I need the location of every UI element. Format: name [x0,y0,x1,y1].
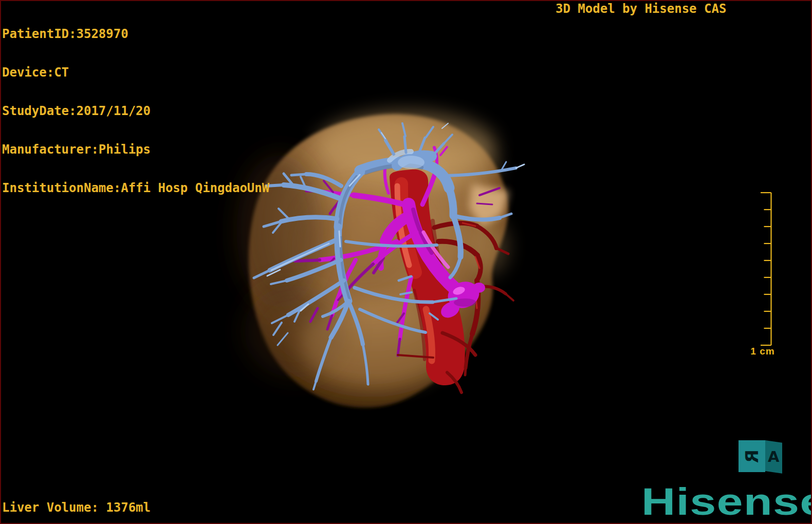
orientation-face-anterior[interactable]: A [765,440,782,474]
viewer-root: PatientID:3528970 Device:CT StudyDate:20… [0,0,812,524]
watermark-title: 3D Model by Hisense CAS [556,3,726,15]
patient-info-overlay: PatientID:3528970 Device:CT StudyDate:20… [2,2,269,220]
hisense-logo: Hisense [641,483,812,520]
manufacturer-line: Manufacturer:Philips [2,143,269,156]
institution-name-line: InstitutionName:Affi Hosp QingdaoUnW [2,182,269,195]
scale-bar [759,190,772,350]
liver-volume-label: Liver Volume: 1376ml [2,501,151,514]
scale-bar-label: 1 cm [743,346,782,357]
study-date-line: StudyDate:2017/11/20 [2,105,269,118]
device-line: Device:CT [2,66,269,79]
orientation-face-right-side[interactable]: R [739,440,765,472]
scale-bar-ticks [761,193,771,345]
orientation-letter-r: R [743,450,761,463]
patient-id-line: PatientID:3528970 [2,28,269,41]
orientation-cube[interactable]: R A [739,440,782,472]
orientation-letter-a: A [768,450,779,464]
